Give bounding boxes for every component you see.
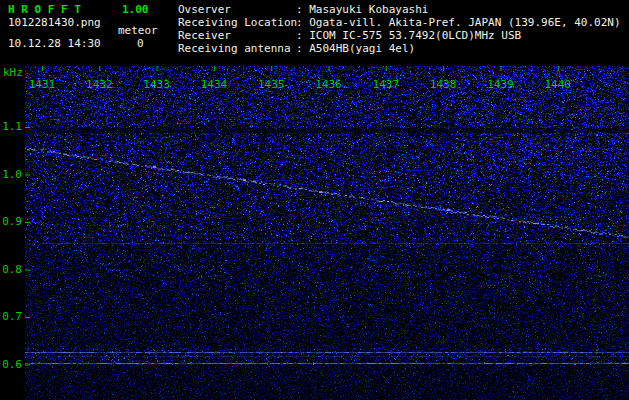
y-axis-tick-label: 0.6 (0, 358, 22, 371)
info-row: Ovserver: Masayuki Kobayashi (178, 3, 621, 16)
info-value: : ICOM IC-575 53.7492(0LCD)MHz USB (296, 29, 521, 42)
info-row: Receiver: ICOM IC-575 53.7492(0LCD)MHz U… (178, 29, 621, 42)
x-axis-tick-label: 1440 (540, 78, 576, 91)
info-row: Receiving Location: Ogata-vill. Akita-Pr… (178, 16, 621, 29)
timestamp: 10.12.28 14:30 (8, 37, 101, 50)
info-label: Receiving antenna (178, 42, 296, 55)
info-label: Receiving Location (178, 16, 296, 29)
app-title: H R O F F T (8, 3, 81, 16)
meteor-count-value: 0 (137, 37, 144, 50)
y-axis-tick-label: 0.7 (0, 310, 22, 323)
x-axis-tick-label: 1432 (81, 78, 117, 91)
x-axis-tick-label: 1437 (368, 78, 404, 91)
info-value: : Ogata-vill. Akita-Pref. JAPAN (139.96E… (296, 16, 621, 29)
y-axis-tick-label: 1.1 (0, 120, 22, 133)
x-axis-tick-label: 1439 (482, 78, 518, 91)
x-axis-tick-label: 1434 (196, 78, 232, 91)
x-axis-tick-label: 1431 (24, 78, 60, 91)
y-axis-tick-label: 0.8 (0, 263, 22, 276)
y-axis-unit-label: kHz (3, 66, 23, 79)
y-axis-tick-label: 0.9 (0, 215, 22, 228)
app-version: 1.00 (122, 3, 149, 16)
spectrogram-canvas (25, 66, 629, 400)
y-axis-tick-label: 1.0 (0, 168, 22, 181)
info-row: Receiving antenna: A504HB(yagi 4el) (178, 42, 621, 55)
x-axis-tick-label: 1438 (425, 78, 461, 91)
x-axis-tick-label: 1433 (139, 78, 175, 91)
meteor-count-label: meteor (118, 24, 158, 37)
x-axis-tick-label: 1435 (253, 78, 289, 91)
output-filename: 1012281430.png (8, 16, 101, 29)
info-value: : Masayuki Kobayashi (296, 3, 428, 16)
info-label: Ovserver (178, 3, 296, 16)
info-value: : A504HB(yagi 4el) (296, 42, 415, 55)
x-axis-tick-label: 1436 (311, 78, 347, 91)
observer-info-block: Ovserver: Masayuki KobayashiReceiving Lo… (178, 3, 621, 55)
info-label: Receiver (178, 29, 296, 42)
hrofft-window: H R O F F T 1.00 1012281430.png meteor 0… (0, 0, 629, 400)
